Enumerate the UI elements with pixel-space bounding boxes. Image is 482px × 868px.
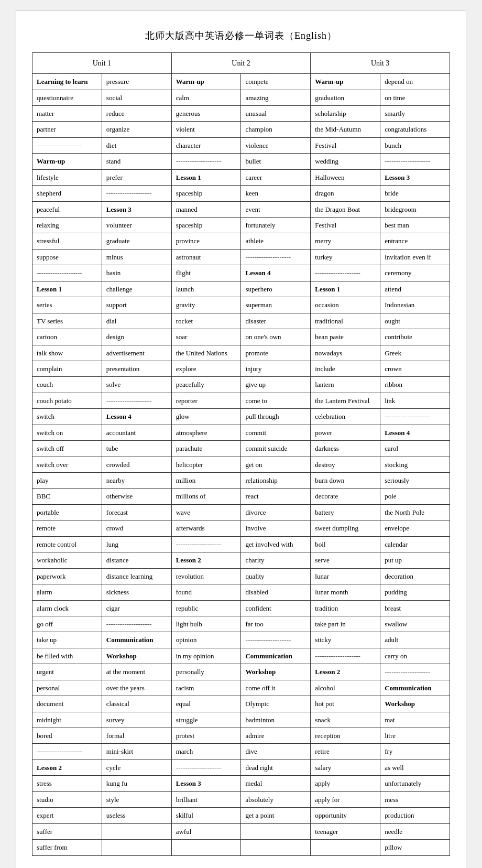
table-row: BBCotherwisemillions ofreactdecoratepole — [32, 489, 450, 504]
unit3-col2-cell: litre — [380, 728, 450, 744]
unit1-col2-cell: stand — [102, 154, 171, 169]
unit2-col1-cell: helicopter — [171, 457, 241, 472]
unit3-col1-cell: darkness — [311, 441, 380, 457]
unit3-col2-cell: unfortunately — [380, 776, 450, 791]
unit2-col2-cell: far too — [241, 616, 311, 632]
unit2-col2-cell: bullet — [241, 154, 311, 169]
unit3-col1-cell: destroy — [311, 457, 380, 472]
unit1-col2-cell: otherwise — [102, 489, 171, 504]
unit1-col2-cell: sickness — [102, 584, 171, 600]
unit3-col1-cell: Festival — [311, 218, 380, 233]
unit3-col2-cell: on time — [380, 90, 450, 105]
unit2-col2-cell: medal — [241, 776, 311, 791]
unit3-col1-cell: teenager — [311, 823, 380, 839]
unit1-col1-cell: go off — [32, 616, 102, 632]
unit3-col2-cell: pillow — [380, 840, 450, 855]
unit3-col1-cell: boil — [311, 536, 380, 552]
unit1-col1-cell: lifestyle — [32, 169, 102, 185]
unit2-col1-cell: explore — [171, 361, 241, 376]
unit3-col1-cell: -------------------- — [311, 265, 380, 281]
unit3-col1-cell: take part in — [311, 616, 380, 632]
unit2-col2-cell: confident — [241, 600, 311, 616]
unit-header: Unit 3 — [311, 53, 450, 74]
unit2-col1-cell: Lesson 3 — [171, 776, 241, 791]
unit3-col2-cell: mess — [380, 791, 450, 807]
unit2-col2-cell: -------------------- — [241, 632, 311, 648]
unit3-col2-cell: pudding — [380, 584, 450, 600]
unit2-col1-cell: atmosphere — [171, 425, 241, 440]
unit2-col1-cell: peacefully — [171, 377, 241, 393]
unit1-col2-cell: distance learning — [102, 568, 171, 584]
unit3-col1-cell: lantern — [311, 377, 380, 393]
unit2-col2-cell: superman — [241, 297, 311, 313]
unit2-col1-cell: soar — [171, 329, 241, 345]
unit2-col1-cell: generous — [171, 105, 241, 121]
table-row: playnearbymillionrelationshipburn downse… — [32, 473, 450, 489]
unit2-col1-cell: racism — [171, 680, 241, 696]
unit1-col2-cell: lung — [102, 536, 171, 552]
unit3-col1-cell: reception — [311, 728, 380, 744]
unit3-col1-cell: turkey — [311, 249, 380, 265]
unit1-col2-cell: -------------------- — [102, 186, 171, 201]
unit3-col2-cell: swallow — [380, 616, 450, 632]
unit2-col2-cell: fortunately — [241, 218, 311, 233]
unit1-col2-cell: social — [102, 90, 171, 105]
unit2-col2-cell: keen — [241, 186, 311, 201]
table-row: paperworkdistance learningrevolutionqual… — [32, 568, 450, 584]
unit2-col1-cell: Lesson 1 — [171, 169, 241, 185]
unit1-col1-cell: -------------------- — [32, 137, 102, 153]
unit1-col2-cell: Lesson 4 — [102, 409, 171, 425]
unit2-col1-cell: -------------------- — [171, 760, 241, 775]
table-row: supposeminusastronaut-------------------… — [32, 249, 450, 265]
unit1-col2-cell: volunteer — [102, 218, 171, 233]
unit3-col1-cell: battery — [311, 504, 380, 520]
unit2-col1-cell: province — [171, 233, 241, 249]
unit1-col2-cell: challenge — [102, 281, 171, 297]
unit3-col1-cell: power — [311, 425, 380, 440]
unit3-col1-cell: sweet dumpling — [311, 520, 380, 536]
unit3-col2-cell: depend on — [380, 74, 450, 90]
unit2-col1-cell: millions of — [171, 489, 241, 504]
unit3-col1-cell: opportunity — [311, 808, 380, 823]
unit2-col1-cell: launch — [171, 281, 241, 297]
unit2-col2-cell: promote — [241, 345, 311, 361]
unit1-col2-cell: forecast — [102, 504, 171, 520]
unit3-col1-cell: bean paste — [311, 329, 380, 345]
unit2-col2-cell: commit — [241, 425, 311, 440]
unit1-col1-cell: questionnaire — [32, 90, 102, 105]
unit2-col2-cell: pull through — [241, 409, 311, 425]
unit1-col1-cell: alarm clock — [32, 600, 102, 616]
unit2-col1-cell: -------------------- — [171, 536, 241, 552]
unit2-col2-cell: career — [241, 169, 311, 185]
unit2-col1-cell: astronaut — [171, 249, 241, 265]
unit3-col2-cell: smartly — [380, 105, 450, 121]
unit3-col2-cell: mat — [380, 712, 450, 728]
unit3-col1-cell: snack — [311, 712, 380, 728]
unit2-col2-cell: give up — [241, 377, 311, 393]
unit1-col1-cell: studio — [32, 791, 102, 807]
table-row: switch overcrowdedhelicopterget ondestro… — [32, 457, 450, 472]
table-row: --------------------basinflightLesson 4-… — [32, 265, 450, 281]
unit2-col1-cell: brilliant — [171, 791, 241, 807]
table-row: studiostylebrilliantabsolutelyapply form… — [32, 791, 450, 807]
unit1-col2-cell: -------------------- — [102, 616, 171, 632]
unit1-col1-cell: expert — [32, 808, 102, 823]
unit3-col1-cell: merry — [311, 233, 380, 249]
unit2-col2-cell: get on — [241, 457, 311, 472]
unit2-col1-cell — [171, 840, 241, 855]
table-row: couch potato--------------------reporter… — [32, 393, 450, 408]
unit2-col2-cell: on one's own — [241, 329, 311, 345]
table-row: questionnairesocialcalmamazinggraduation… — [32, 90, 450, 105]
unit3-col2-cell: bridegroom — [380, 201, 450, 217]
table-row: suffer frompillow — [32, 840, 450, 855]
table-row: relaxingvolunteerspaceshipfortunatelyFes… — [32, 218, 450, 233]
table-row: TV seriesdialrocketdisastertraditionalou… — [32, 313, 450, 329]
table-row: lifestylepreferLesson 1careerHalloweenLe… — [32, 169, 450, 185]
unit1-col2-cell: formal — [102, 728, 171, 744]
unit2-col2-cell: come off it — [241, 680, 311, 696]
unit2-col1-cell: awful — [171, 823, 241, 839]
unit2-col2-cell — [241, 823, 311, 839]
table-row: documentclassicalequalOlympichot potWork… — [32, 696, 450, 712]
unit3-col1-cell: Halloween — [311, 169, 380, 185]
table-row: Lesson 1challengelaunchsuperheroLesson 1… — [32, 281, 450, 297]
